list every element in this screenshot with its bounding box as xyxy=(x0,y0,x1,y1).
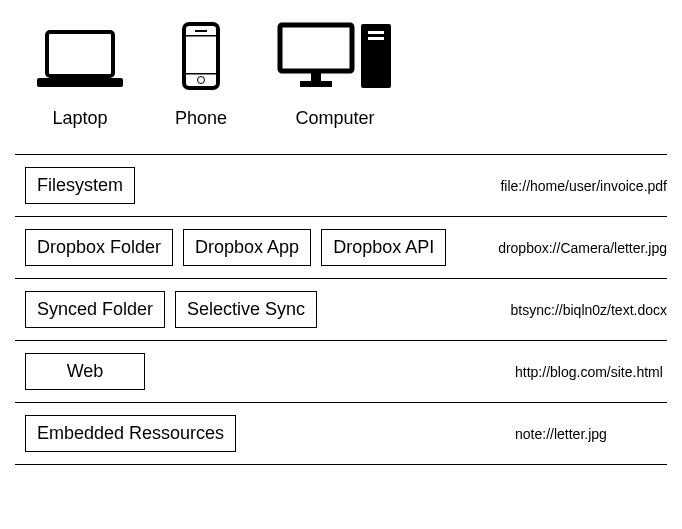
box-dropbox-folder: Dropbox Folder xyxy=(25,229,173,266)
uri-filesystem: file://home/user/invoice.pdf xyxy=(500,178,667,194)
svg-rect-6 xyxy=(184,73,218,75)
layer-embedded: Embedded Ressources note://letter.jpg xyxy=(15,402,667,465)
svg-rect-12 xyxy=(368,37,384,40)
device-phone: Phone xyxy=(175,20,227,129)
svg-rect-9 xyxy=(300,81,332,87)
uri-web: http://blog.com/site.html xyxy=(515,364,663,380)
box-web: Web xyxy=(25,353,145,390)
uri-btsync: btsync://biqln0z/text.docx xyxy=(511,302,667,318)
devices-row: Laptop Phone Comp xyxy=(35,20,667,129)
svg-rect-11 xyxy=(368,31,384,34)
computer-label: Computer xyxy=(296,108,375,129)
box-dropbox-app: Dropbox App xyxy=(183,229,311,266)
phone-icon xyxy=(181,20,221,90)
box-filesystem: Filesystem xyxy=(25,167,135,204)
svg-rect-8 xyxy=(311,71,321,81)
layers: Filesystem file://home/user/invoice.pdf … xyxy=(15,154,667,465)
box-synced-folder: Synced Folder xyxy=(25,291,165,328)
svg-point-4 xyxy=(198,77,205,84)
box-embedded: Embedded Ressources xyxy=(25,415,236,452)
laptop-icon xyxy=(35,20,125,90)
layer-web: Web http://blog.com/site.html xyxy=(15,340,667,402)
layer-btsync: Synced Folder Selective Sync btsync://bi… xyxy=(15,278,667,340)
svg-rect-1 xyxy=(37,78,123,87)
layer-dropbox: Dropbox Folder Dropbox App Dropbox API d… xyxy=(15,216,667,278)
laptop-label: Laptop xyxy=(52,108,107,129)
layer-filesystem: Filesystem file://home/user/invoice.pdf xyxy=(15,154,667,216)
svg-rect-0 xyxy=(47,32,113,76)
phone-label: Phone xyxy=(175,108,227,129)
device-laptop: Laptop xyxy=(35,20,125,129)
svg-rect-5 xyxy=(184,35,218,37)
uri-dropbox: dropbox://Camera/letter.jpg xyxy=(498,240,667,256)
uri-embedded: note://letter.jpg xyxy=(515,426,607,442)
svg-rect-7 xyxy=(280,25,352,71)
box-dropbox-api: Dropbox API xyxy=(321,229,446,266)
device-computer: Computer xyxy=(277,20,393,129)
box-selective-sync: Selective Sync xyxy=(175,291,317,328)
computer-icon xyxy=(277,20,393,90)
